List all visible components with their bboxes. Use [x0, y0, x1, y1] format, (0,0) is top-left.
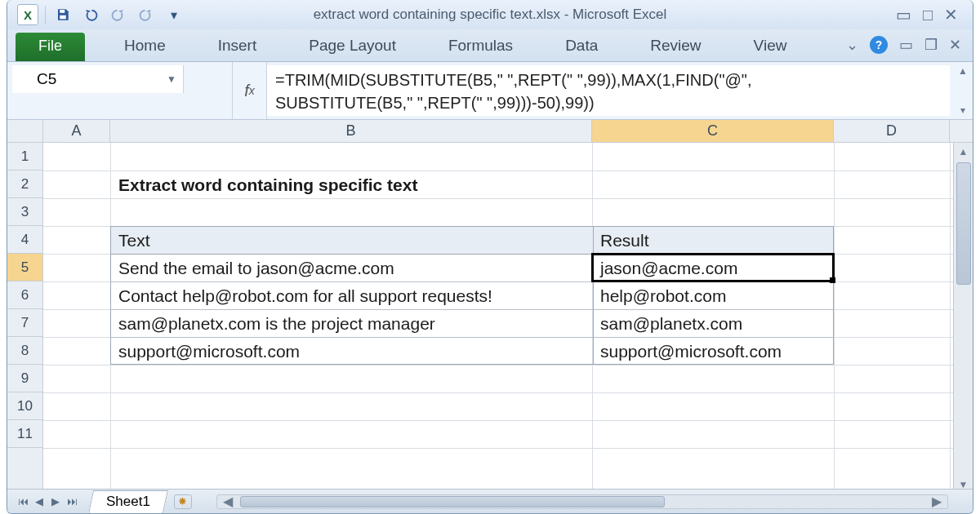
hscroll-left-icon[interactable]: ◀: [219, 495, 237, 508]
col-header-C[interactable]: C: [592, 120, 834, 142]
name-box-dropdown-icon[interactable]: ▼: [167, 73, 176, 85]
cell-B2-heading[interactable]: Extract word containing specific text: [114, 172, 422, 198]
col-header-D[interactable]: D: [834, 120, 950, 142]
svg-rect-0: [60, 10, 65, 13]
excel-window: X ▾ extract word containing specific tex…: [7, 0, 973, 514]
cell-B4-header[interactable]: Text: [114, 228, 155, 254]
new-sheet-icon[interactable]: ✸: [174, 494, 192, 509]
undo-icon[interactable]: [80, 4, 101, 25]
fill-handle[interactable]: [830, 277, 835, 283]
workbook-restore-icon[interactable]: ❐: [924, 36, 938, 54]
sheet-tab-bar: ⏮ ◀ ▶ ⏭ Sheet1 ✸ ◀ ▶: [7, 489, 973, 513]
row-header-8[interactable]: 8: [7, 337, 42, 365]
cell-B6[interactable]: Contact help@robot.com for all support r…: [114, 283, 497, 309]
tab-home[interactable]: Home: [108, 32, 182, 61]
formula-bar[interactable]: =TRIM(MID(SUBSTITUTE(B5," ",REPT(" ",99)…: [267, 65, 950, 116]
cell-C8[interactable]: support@microsoft.com: [595, 339, 786, 365]
cell-B8[interactable]: support@microsoft.com: [114, 339, 305, 365]
select-all-corner[interactable]: [7, 120, 43, 143]
maximize-icon[interactable]: □: [923, 7, 933, 23]
name-box-value: C5: [37, 70, 56, 88]
help-icon[interactable]: ?: [870, 36, 888, 54]
formula-text-line1: =TRIM(MID(SUBSTITUTE(B5," ",REPT(" ",99)…: [275, 69, 942, 91]
sheet-nav-prev-icon[interactable]: ◀: [32, 494, 47, 509]
row-header-2[interactable]: 2: [7, 171, 42, 198]
tab-insert[interactable]: Insert: [202, 32, 274, 61]
tab-review[interactable]: Review: [634, 32, 717, 61]
ribbon-tabs: File Home Insert Page Layout Formulas Da…: [7, 29, 973, 62]
save-icon[interactable]: [52, 4, 74, 25]
tab-page-layout[interactable]: Page Layout: [292, 32, 412, 61]
svg-rect-1: [60, 16, 66, 20]
row-header-7[interactable]: 7: [7, 309, 42, 337]
row-header-5[interactable]: 5: [7, 254, 42, 281]
sheet-tab-sheet1[interactable]: Sheet1: [88, 490, 168, 513]
formula-text-line2: SUBSTITUTE(B5," ",REPT(" ",99)))-50),99)…: [275, 91, 942, 114]
cell-C6[interactable]: help@robot.com: [595, 283, 731, 309]
vscroll-thumb[interactable]: [956, 162, 971, 285]
row-header-10[interactable]: 10: [7, 392, 42, 420]
row-headers: 1 2 3 4 5 6 7 8 9 10 11: [7, 143, 43, 494]
minimize-icon[interactable]: ▭: [896, 7, 911, 23]
name-box-spacer: [184, 62, 233, 119]
row-header-9[interactable]: 9: [7, 365, 42, 392]
qat-customize-dropdown-icon[interactable]: ▾: [163, 4, 185, 25]
col-header-A[interactable]: A: [43, 120, 110, 142]
redo-alt-icon[interactable]: [136, 4, 157, 25]
tab-data[interactable]: Data: [549, 32, 614, 61]
vertical-scrollbar[interactable]: ▲ ▼: [953, 143, 973, 494]
tab-view[interactable]: View: [737, 32, 804, 61]
active-cell-outline: [591, 253, 835, 282]
cell-C4-header[interactable]: Result: [595, 228, 654, 254]
cells-body[interactable]: Extract word containing specific text Te…: [43, 143, 953, 494]
formula-bar-scroll: ▲ ▾: [953, 62, 973, 119]
row-header-1[interactable]: 1: [7, 143, 42, 171]
hscroll-thumb[interactable]: [240, 496, 665, 507]
sheet-nav-first-icon[interactable]: ⏮: [16, 494, 30, 509]
row-header-3[interactable]: 3: [7, 198, 42, 226]
cell-C7[interactable]: sam@planetx.com: [595, 311, 747, 337]
file-tab[interactable]: File: [16, 33, 85, 61]
workbook-close-icon[interactable]: ✕: [949, 36, 961, 54]
col-header-B[interactable]: B: [110, 120, 592, 142]
horizontal-scrollbar[interactable]: ◀ ▶: [216, 494, 948, 509]
redo-icon[interactable]: [108, 4, 129, 25]
sheet-nav-last-icon[interactable]: ⏭: [65, 494, 79, 509]
fx-icon[interactable]: fx: [233, 62, 267, 119]
workbook-minimize-icon[interactable]: ▭: [899, 36, 913, 54]
row-header-11[interactable]: 11: [7, 420, 42, 448]
formula-expand-icon[interactable]: ▾: [960, 104, 965, 116]
sheet-nav-next-icon[interactable]: ▶: [48, 494, 63, 509]
tab-formulas[interactable]: Formulas: [432, 32, 529, 61]
titlebar: X ▾ extract word containing specific tex…: [7, 0, 973, 29]
name-box[interactable]: C5 ▼: [12, 65, 184, 93]
row-header-6[interactable]: 6: [7, 281, 42, 309]
cell-B5[interactable]: Send the email to jason@acme.com: [114, 255, 399, 281]
formula-bar-row: C5 ▼ fx =TRIM(MID(SUBSTITUTE(B5," ",REPT…: [7, 62, 973, 120]
close-icon[interactable]: ✕: [944, 7, 958, 23]
excel-app-icon[interactable]: X: [17, 4, 38, 25]
quick-access-toolbar: X ▾: [17, 4, 185, 25]
ribbon-minimize-chevron-icon[interactable]: ⌄: [846, 36, 858, 54]
row-header-4[interactable]: 4: [7, 226, 42, 254]
hscroll-right-icon[interactable]: ▶: [928, 495, 946, 508]
vscroll-up-icon[interactable]: ▲: [959, 143, 969, 161]
cell-B7[interactable]: sam@planetx.com is the project manager: [114, 311, 440, 337]
qat-separator: [45, 6, 46, 24]
formula-scroll-up-icon[interactable]: ▲: [958, 65, 968, 77]
grid-area: A B C D 1 2 3 4 5 6 7 8 9 10: [7, 120, 973, 494]
